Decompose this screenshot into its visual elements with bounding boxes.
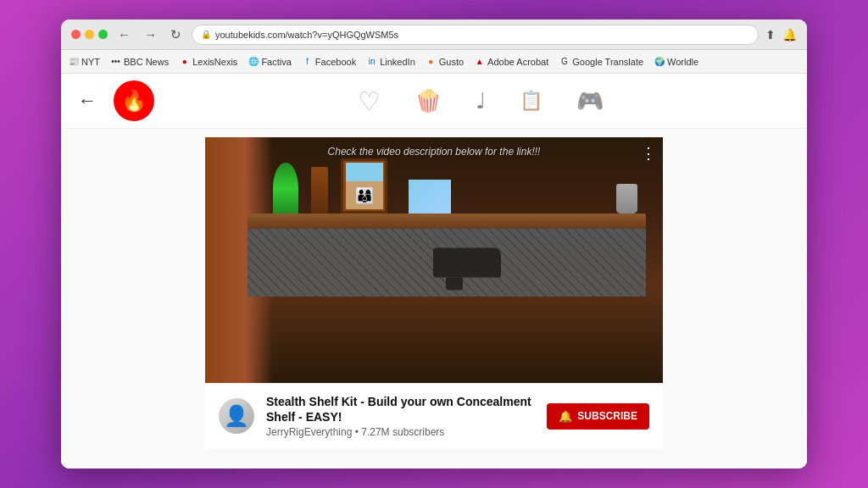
lock-icon: 🔒: [201, 30, 211, 39]
ytk-nav-heart-icon[interactable]: ♡: [358, 86, 381, 116]
gusto-label: Gusto: [439, 57, 464, 67]
bookmark-nyt[interactable]: 📰 NYT: [68, 56, 100, 67]
bookmark-bbc[interactable]: ••• BBC News: [110, 56, 169, 67]
notifications-button[interactable]: 🔔: [782, 28, 797, 42]
ytk-nav-icons: ♡ 🍿 ♩ 📋 🎮: [171, 86, 790, 116]
bookmark-gusto[interactable]: ● Gusto: [426, 56, 464, 67]
channel-avatar: 👤: [219, 398, 254, 434]
bookmark-facebook[interactable]: f Facebook: [302, 56, 356, 67]
video-container: 👨‍👩‍👦: [205, 137, 663, 448]
gun-silhouette: [433, 248, 501, 278]
channel-info: 👤 Stealth Shelf Kit - Build your own Con…: [205, 383, 663, 448]
ytk-logo-circle: 🔥: [114, 80, 154, 121]
subscribe-button[interactable]: 🔔 SUBSCRIBE: [547, 403, 649, 430]
reload-button[interactable]: ↻: [167, 25, 185, 44]
cup-decoration: [616, 184, 637, 214]
shelf-surface: [248, 214, 646, 229]
ytk-nav-gaming-icon[interactable]: 🎮: [576, 88, 604, 114]
diamond-plate: [248, 229, 646, 297]
factiva-label: Factiva: [261, 57, 291, 67]
ytk-logo: 🔥: [114, 80, 154, 121]
gusto-icon: ●: [426, 56, 437, 67]
nyt-label: NYT: [81, 57, 100, 67]
bookmark-factiva[interactable]: 🌐 Factiva: [248, 56, 291, 67]
ytk-nav-popcorn-icon[interactable]: 🍿: [415, 88, 442, 114]
adobe-label: Adobe Acrobat: [487, 57, 548, 67]
traffic-lights: [71, 30, 108, 39]
facebook-label: Facebook: [315, 57, 356, 67]
minimize-button[interactable]: [85, 30, 94, 39]
forward-nav-button[interactable]: →: [141, 25, 160, 43]
ytk-back-button[interactable]: ←: [78, 90, 97, 112]
ytk-nav-learning-icon[interactable]: 📋: [520, 90, 542, 112]
photo-inner: 👨‍👩‍👦: [346, 163, 383, 209]
bell-icon: 🔔: [559, 410, 572, 423]
video-title: Stealth Shelf Kit - Build your own Conce…: [266, 394, 535, 424]
lexisnexis-icon: ●: [179, 56, 190, 67]
video-section: 👨‍👩‍👦: [61, 129, 807, 469]
shelf-items: 👨‍👩‍👦: [273, 154, 637, 214]
share-button[interactable]: ⬆: [765, 28, 776, 42]
maximize-button[interactable]: [98, 30, 108, 39]
bookmark-lexisnexis[interactable]: ● LexisNexis: [179, 56, 237, 67]
linkedin-label: LinkedIn: [380, 57, 415, 67]
video-overlay-text: Check the video description below for th…: [205, 146, 663, 158]
back-nav-button[interactable]: ←: [114, 25, 134, 43]
ytk-header: ← 🔥 ♡ 🍿 ♩ 📋 🎮: [61, 74, 807, 129]
worldle-icon: 🌍: [654, 56, 665, 67]
page-content: ← 🔥 ♡ 🍿 ♩ 📋 🎮: [61, 74, 807, 469]
channel-name: JerryRigEverything • 7.27M subscribers: [266, 426, 535, 438]
lexisnexis-label: LexisNexis: [192, 57, 237, 67]
subscribe-label: SUBSCRIBE: [577, 410, 637, 422]
bookmark-adobe[interactable]: ▲ Adobe Acrobat: [474, 56, 548, 67]
ytk-logo-icon: 🔥: [121, 89, 147, 113]
plant-decoration: [273, 163, 298, 214]
bookmark-worldle[interactable]: 🌍 Worldle: [654, 56, 698, 67]
facebook-icon: f: [302, 56, 313, 67]
linkedin-icon: in: [366, 56, 377, 67]
google-translate-icon: G: [559, 56, 570, 67]
address-bar[interactable]: 🔒 youtubekids.com/watch?v=yQHGQgWSM5s: [192, 25, 759, 45]
bookmarks-bar: 📰 NYT ••• BBC News ● LexisNexis 🌐 Factiv…: [61, 50, 807, 74]
nyt-icon: 📰: [68, 56, 79, 67]
ytk-nav-music-icon[interactable]: ♩: [476, 88, 486, 114]
avatar-image: 👤: [224, 404, 249, 428]
photo-frame: 👨‍👩‍👦: [341, 158, 387, 214]
bbc-label: BBC News: [124, 57, 169, 67]
url-text: youtubekids.com/watch?v=yQHGQgWSM5s: [215, 30, 749, 40]
blue-object: [409, 180, 451, 214]
bookmark-google-translate[interactable]: G Google Translate: [559, 56, 643, 67]
title-bar: ← → ↻ 🔒 youtubekids.com/watch?v=yQHGQgWS…: [61, 19, 807, 50]
channel-text: Stealth Shelf Kit - Build your own Conce…: [266, 394, 535, 438]
worldle-label: Worldle: [667, 57, 698, 67]
google-translate-label: Google Translate: [572, 57, 643, 67]
browser-window: ← → ↻ 🔒 youtubekids.com/watch?v=yQHGQgWS…: [61, 19, 807, 469]
vase: [311, 167, 328, 214]
hidden-compartment: [248, 229, 646, 297]
video-scene: 👨‍👩‍👦: [205, 137, 663, 383]
more-options-button[interactable]: ⋮: [641, 144, 656, 163]
bbc-icon: •••: [110, 56, 121, 67]
factiva-icon: 🌐: [248, 56, 259, 67]
video-thumbnail: 👨‍👩‍👦: [205, 137, 663, 383]
video-player[interactable]: 👨‍👩‍👦: [205, 137, 663, 383]
close-button[interactable]: [71, 30, 81, 39]
bookmark-linkedin[interactable]: in LinkedIn: [366, 56, 415, 67]
adobe-icon: ▲: [474, 56, 485, 67]
